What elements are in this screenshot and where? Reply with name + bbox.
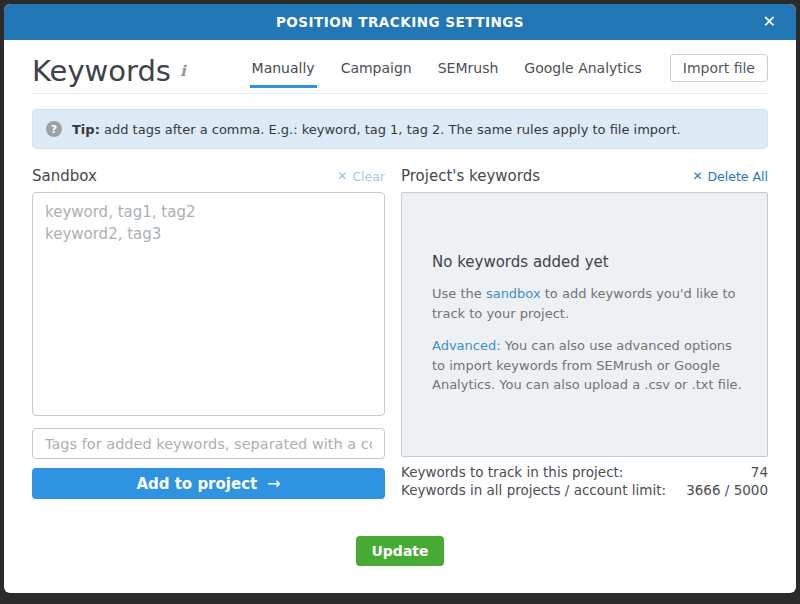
sandbox-link[interactable]: sandbox xyxy=(486,286,541,301)
stats-account-value: 3666 / 5000 xyxy=(686,481,768,499)
tip-text: Tip: add tags after a comma. E.g.: keywo… xyxy=(72,122,681,137)
delete-all-label: Delete All xyxy=(707,169,768,184)
stats-row-project: Keywords to track in this project: 74 xyxy=(401,463,768,481)
empty-state-title: No keywords added yet xyxy=(432,253,743,271)
update-button[interactable]: Update xyxy=(356,536,443,566)
sandbox-label-row: Sandbox ✕Clear xyxy=(32,167,385,185)
page-title-wrap: Keywords i xyxy=(32,56,186,93)
source-tabs: Manually Campaign SEMrush Google Analyti… xyxy=(252,54,768,93)
tab-google-analytics[interactable]: Google Analytics xyxy=(524,60,641,76)
clear-link[interactable]: ✕Clear xyxy=(337,169,385,184)
empty-state-advanced-text: Advanced: You can also use advanced opti… xyxy=(432,336,743,395)
page-title: Keywords xyxy=(32,56,171,88)
sandbox-column: Sandbox ✕Clear Add to project→ xyxy=(32,167,385,499)
tags-input[interactable] xyxy=(32,428,385,459)
tab-semrush[interactable]: SEMrush xyxy=(438,60,499,76)
question-mark-icon: ? xyxy=(46,121,62,137)
project-keywords-column: Project's keywords ✕Delete All No keywor… xyxy=(401,167,768,499)
tab-campaign[interactable]: Campaign xyxy=(341,60,412,76)
use-prefix: Use the xyxy=(432,286,486,301)
tab-manually[interactable]: Manually xyxy=(252,60,315,76)
tip-body: add tags after a comma. E.g.: keyword, t… xyxy=(100,122,681,137)
arrow-right-icon: → xyxy=(267,474,280,493)
add-to-project-label: Add to project xyxy=(136,475,257,493)
keyword-stats: Keywords to track in this project: 74 Ke… xyxy=(401,463,768,499)
position-tracking-settings-modal: POSITION TRACKING SETTINGS ✕ Keywords i … xyxy=(4,4,796,593)
delete-all-link[interactable]: ✕Delete All xyxy=(692,169,768,184)
project-keywords-label-row: Project's keywords ✕Delete All xyxy=(401,167,768,185)
stats-account-label: Keywords in all projects / account limit… xyxy=(401,481,666,499)
stats-project-label: Keywords to track in this project: xyxy=(401,463,623,481)
delete-all-x-icon: ✕ xyxy=(692,169,702,183)
sandbox-label: Sandbox xyxy=(32,167,97,185)
empty-state-use-text: Use the sandbox to add keywords you'd li… xyxy=(432,284,743,323)
stats-row-account: Keywords in all projects / account limit… xyxy=(401,481,768,499)
info-icon[interactable]: i xyxy=(180,62,186,80)
advanced-link[interactable]: Advanced: xyxy=(432,338,501,353)
clear-label: Clear xyxy=(352,169,385,184)
modal-title: POSITION TRACKING SETTINGS xyxy=(276,14,524,30)
heading-tabs-row: Keywords i Manually Campaign SEMrush Goo… xyxy=(32,40,768,94)
main-columns: Sandbox ✕Clear Add to project→ Project's… xyxy=(32,167,768,499)
add-to-project-button[interactable]: Add to project→ xyxy=(32,468,385,499)
modal-footer: Update xyxy=(4,536,796,566)
tip-banner: ? Tip: add tags after a comma. E.g.: key… xyxy=(32,109,768,149)
project-keywords-label: Project's keywords xyxy=(401,167,540,185)
project-keywords-panel: No keywords added yet Use the sandbox to… xyxy=(401,192,768,457)
clear-x-icon: ✕ xyxy=(337,169,347,183)
stats-project-value: 74 xyxy=(751,463,768,481)
close-icon[interactable]: ✕ xyxy=(763,14,776,30)
import-file-button[interactable]: Import file xyxy=(670,54,768,82)
sandbox-textarea[interactable] xyxy=(32,192,385,416)
tip-label: Tip: xyxy=(72,122,100,137)
modal-header: POSITION TRACKING SETTINGS ✕ xyxy=(4,4,796,40)
